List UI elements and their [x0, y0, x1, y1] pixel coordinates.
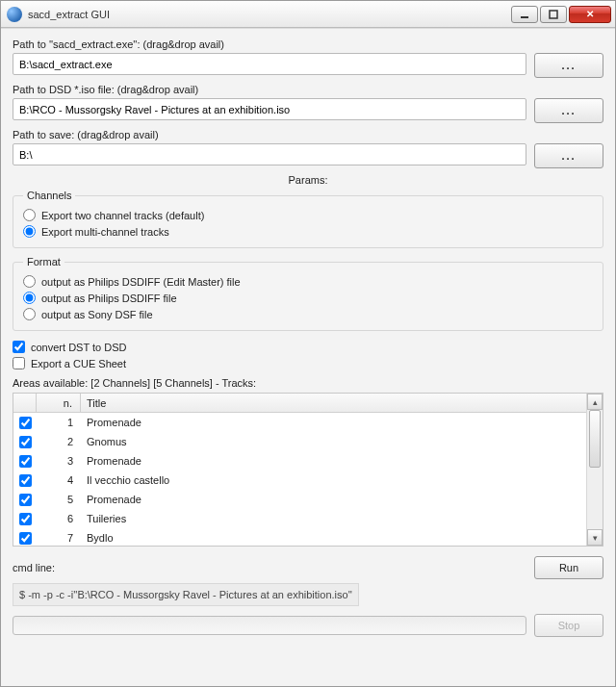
scroll-thumb[interactable] [589, 410, 601, 468]
track-checkbox[interactable] [19, 513, 32, 525]
svg-rect-1 [550, 11, 557, 18]
track-title: Promenade [81, 494, 586, 505]
table-row[interactable]: 4Il vecchio castello [13, 471, 586, 490]
format-dsf-radio[interactable] [23, 308, 36, 320]
track-checkbox[interactable] [19, 455, 32, 468]
channels-multi-radio[interactable] [23, 225, 36, 238]
dst-to-dsd-row[interactable]: convert DST to DSD [13, 339, 603, 355]
close-icon: ✕ [586, 9, 594, 19]
content: Path to ''sacd_extract.exe'': (drag&drop… [1, 28, 615, 686]
progress-bar [13, 616, 526, 635]
table-row[interactable]: 7Bydlo [13, 528, 586, 546]
track-title: Gnomus [81, 436, 586, 447]
format-dsdiff-edit-radio[interactable] [23, 275, 36, 288]
table-row[interactable]: 3Promenade [13, 451, 586, 471]
channels-multi-row[interactable]: Export multi-channel tracks [23, 223, 593, 240]
close-button[interactable]: ✕ [569, 6, 611, 23]
cmd-line-label: cmd line: [13, 562, 534, 573]
maximize-icon [549, 10, 558, 19]
minimize-icon [520, 10, 529, 19]
track-title: Bydlo [81, 532, 586, 544]
iso-browse-button[interactable]: ... [534, 98, 603, 123]
exe-browse-button[interactable]: ... [534, 53, 603, 78]
track-number: 5 [37, 494, 81, 505]
app-icon [7, 7, 22, 22]
dst-to-dsd-checkbox[interactable] [13, 341, 25, 353]
track-checkbox[interactable] [19, 417, 32, 429]
app-window: sacd_extract GUI ✕ Path to ''sacd_extrac… [0, 0, 616, 687]
format-dsdiff-edit-label: output as Philips DSDIFF (Edit Master) f… [41, 276, 241, 288]
track-number: 3 [37, 455, 81, 467]
format-dsf-label: output as Sony DSF file [41, 309, 153, 320]
stop-button[interactable]: Stop [534, 614, 603, 637]
channels-two-label: Export two channel tracks (default) [41, 210, 204, 221]
params-header: Params: [13, 174, 603, 186]
track-title: Il vecchio castello [81, 474, 586, 486]
format-dsdiff-label: output as Philips DSDIFF file [41, 293, 177, 304]
window-title: sacd_extract GUI [28, 9, 509, 20]
col-title-header[interactable]: Title [81, 394, 586, 412]
minimize-button[interactable] [511, 6, 538, 23]
track-title: Tuileries [81, 513, 586, 524]
track-number: 7 [37, 532, 81, 544]
channels-two-radio[interactable] [23, 209, 36, 221]
format-group: Format output as Philips DSDIFF (Edit Ma… [13, 256, 603, 331]
table-row[interactable]: 1Promenade [13, 413, 586, 432]
exe-path-input[interactable] [13, 53, 526, 75]
track-checkbox[interactable] [19, 494, 32, 506]
scroll-up-button[interactable]: ▴ [587, 394, 603, 410]
track-list-scrollbar[interactable]: ▴ ▾ [586, 394, 603, 546]
track-list-header: n. Title [13, 394, 586, 413]
format-legend: Format [23, 256, 64, 267]
format-dsdiff-row[interactable]: output as Philips DSDIFF file [23, 290, 593, 306]
table-row[interactable]: 6Tuileries [13, 509, 586, 528]
save-browse-button[interactable]: ... [534, 143, 603, 168]
maximize-button[interactable] [540, 6, 567, 23]
format-dsf-row[interactable]: output as Sony DSF file [23, 306, 593, 322]
track-checkbox[interactable] [19, 474, 32, 487]
save-path-input[interactable] [13, 143, 526, 165]
dst-to-dsd-label: convert DST to DSD [31, 342, 126, 353]
channels-group: Channels Export two channel tracks (defa… [13, 190, 603, 248]
track-title: Promenade [81, 417, 586, 428]
cue-row[interactable]: Export a CUE Sheet [13, 355, 603, 371]
channels-legend: Channels [23, 190, 75, 201]
track-number: 6 [37, 513, 81, 524]
channels-two-row[interactable]: Export two channel tracks (default) [23, 207, 593, 223]
track-checkbox[interactable] [19, 436, 32, 448]
svg-rect-0 [521, 16, 528, 18]
track-number: 4 [37, 474, 81, 486]
areas-label: Areas available: [2 Channels] [5 Channel… [13, 377, 603, 389]
table-row[interactable]: 2Gnomus [13, 432, 586, 451]
track-list: n. Title 1Promenade2Gnomus3Promenade4Il … [13, 393, 603, 547]
cue-checkbox[interactable] [13, 357, 25, 369]
titlebar: sacd_extract GUI ✕ [1, 1, 615, 28]
exe-path-label: Path to ''sacd_extract.exe'': (drag&drop… [13, 38, 603, 50]
table-row[interactable]: 5Promenade [13, 490, 586, 509]
track-title: Promenade [81, 455, 586, 467]
track-number: 2 [37, 436, 81, 447]
iso-path-input[interactable] [13, 98, 526, 120]
format-dsdiff-radio[interactable] [23, 292, 36, 304]
scroll-down-button[interactable]: ▾ [587, 529, 603, 546]
cue-label: Export a CUE Sheet [31, 358, 126, 369]
format-dsdiff-edit-row[interactable]: output as Philips DSDIFF (Edit Master) f… [23, 273, 593, 290]
track-number: 1 [37, 417, 81, 428]
cmd-line-value: $ -m -p -c -i''B:\RCO - Mussorgsky Ravel… [13, 583, 359, 606]
iso-path-label: Path to DSD *.iso file: (drag&drop avail… [13, 84, 603, 95]
save-path-label: Path to save: (drag&drop avail) [13, 129, 603, 140]
channels-multi-label: Export multi-channel tracks [41, 226, 169, 238]
track-checkbox[interactable] [19, 532, 32, 545]
run-button[interactable]: Run [534, 556, 603, 579]
col-n-header[interactable]: n. [37, 394, 81, 412]
